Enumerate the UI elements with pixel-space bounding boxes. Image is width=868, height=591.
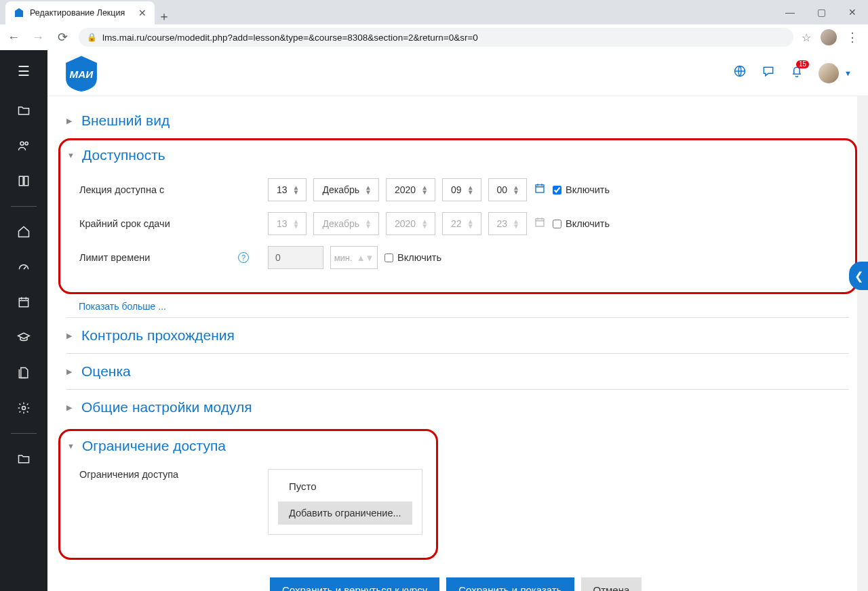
sidebar-toggle-icon[interactable]: ☰ [10,60,37,83]
enable-available-from[interactable]: Включить [553,184,610,195]
help-icon[interactable]: ? [238,252,249,263]
chevron-right-icon: ▶ [66,367,76,376]
checkbox-available-from[interactable] [553,186,561,195]
app: ☰ МАИ 15 [0,50,868,591]
sidebar-item-files[interactable] [10,361,37,384]
label-deadline: Крайний срок сдачи [79,218,268,229]
address-bar: ← → ⟳ 🔒 lms.mai.ru/course/modedit.php?ad… [0,24,868,50]
new-tab-button[interactable]: ＋ [155,8,174,24]
checkbox-time-limit[interactable] [384,253,393,262]
section-flow-control-header[interactable]: ▶ Контроль прохождения [66,318,849,353]
section-restrict-body: Ограничения доступа Пусто Добавить огран… [67,464,429,551]
select-month-deadline: Декабрь▲▼ [313,212,379,235]
forward-button[interactable]: → [30,30,46,45]
topbar: МАИ 15 ▼ [47,50,868,96]
section-appearance-header[interactable]: ▶ Внешний вид [66,103,849,138]
bell-icon[interactable]: 15 [790,64,804,81]
row-deadline: Крайний срок сдачи 13▲▼ Декабрь▲▼ 2020▲▼… [79,207,848,241]
content: МАИ 15 ▼ ❮ ▶ Внешний вид [47,50,868,591]
browser-tab[interactable]: Редактирование Лекция ✕ [5,1,155,24]
sidebar-item-book[interactable] [10,169,37,192]
close-tab-icon[interactable]: ✕ [138,7,146,18]
sidebar-item-folder[interactable] [10,99,37,122]
chevron-right-icon: ▶ [66,331,76,340]
chevron-right-icon: ▶ [66,117,76,125]
back-button[interactable]: ← [5,30,22,45]
close-window-button[interactable]: ✕ [837,1,868,23]
section-restrict-header[interactable]: ▼ Ограничение доступа [67,434,429,464]
tab-title: Редактирование Лекция [30,8,125,18]
sidebar-item-speed[interactable] [10,256,37,279]
save-show-button[interactable]: Сохранить и показать [446,577,574,591]
save-return-button[interactable]: Сохранить и вернуться к курсу [270,577,439,591]
select-minute-deadline: 23▲▼ [488,212,527,235]
select-day-from[interactable]: 13▲▼ [268,178,307,201]
show-more: Показать больше ... [66,298,849,317]
highlight-availability: ▼ Доступность Лекция доступна с 13▲▼ Дек… [58,138,857,294]
logo[interactable]: МАИ [64,54,99,92]
select-hour-deadline: 22▲▼ [442,212,481,235]
globe-icon[interactable] [733,64,747,81]
section-availability-title: Доступность [82,147,165,163]
browser-chrome: Редактирование Лекция ✕ ＋ — ▢ ✕ ← → ⟳ 🔒 … [0,0,868,50]
minimize-button[interactable]: — [774,1,806,23]
section-availability-header[interactable]: ▼ Доступность [67,143,848,173]
chat-icon[interactable] [762,64,775,81]
checkbox-deadline[interactable] [553,220,561,228]
drawer-toggle[interactable]: ❮ [849,262,868,290]
restrict-box: Пусто Добавить ограничение... [268,469,422,535]
select-month-from[interactable]: Декабрь▲▼ [313,178,379,201]
sidebar-item-home[interactable] [10,220,37,243]
reload-button[interactable]: ⟳ [54,30,71,45]
section-common-module-header[interactable]: ▶ Общие настройки модуля [66,390,849,425]
scrollbar[interactable] [857,96,868,591]
chevron-down-icon: ▼ [67,151,77,159]
svg-rect-2 [19,298,28,307]
sidebar-item-settings[interactable] [10,396,37,420]
sidebar-item-users[interactable] [10,134,37,157]
enable-deadline[interactable]: Включить [553,218,610,229]
svg-rect-6 [536,185,544,192]
enable-time-limit[interactable]: Включить [384,252,441,263]
user-menu[interactable]: ▼ [818,63,852,83]
bookmark-icon[interactable]: ☆ [802,31,811,44]
sidebar-item-calendar[interactable] [10,291,37,314]
chevron-down-icon: ▼ [67,442,77,450]
action-row: Сохранить и вернуться к курсу Сохранить … [66,564,849,591]
select-year-deadline: 2020▲▼ [386,212,435,235]
browser-menu-icon[interactable]: ⋮ [846,30,859,45]
select-hour-from[interactable]: 09▲▼ [442,178,481,201]
url-field[interactable]: 🔒 lms.mai.ru/course/modedit.php?add=less… [79,28,793,47]
maximize-button[interactable]: ▢ [806,1,837,23]
cancel-button[interactable]: Отмена [581,577,642,591]
select-year-from[interactable]: 2020▲▼ [386,178,435,201]
sidebar: ☰ [0,50,47,591]
browser-profile-avatar[interactable] [821,29,837,45]
calendar-icon[interactable] [534,182,546,197]
label-restrict: Ограничения доступа [79,469,268,480]
notification-badge: 15 [796,60,809,68]
sidebar-item-graduation[interactable] [10,326,37,349]
url-text: lms.mai.ru/course/modedit.php?add=lesson… [102,33,478,43]
select-minute-from[interactable]: 00▲▼ [488,178,527,201]
favicon-icon [14,7,24,18]
section-restrict-title: Ограничение доступа [82,438,226,454]
section-appearance-title: Внешний вид [81,113,170,129]
sidebar-item-folder-2[interactable] [10,447,37,470]
calendar-icon-disabled [534,216,546,231]
section-grade-header[interactable]: ▶ Оценка [66,354,849,389]
section-common-module-title: Общие настройки модуля [81,399,252,415]
add-restriction-button[interactable]: Добавить ограничение... [278,502,412,525]
page-body: ▶ Внешний вид ▼ Доступность Лекция досту… [47,96,868,591]
section-flow-control-title: Контроль прохождения [81,327,235,344]
avatar [818,63,839,83]
svg-point-0 [20,142,24,145]
chevron-right-icon: ▶ [66,403,76,412]
input-time-limit [268,246,323,269]
show-more-link[interactable]: Показать больше ... [79,301,166,312]
row-available-from: Лекция доступна с 13▲▼ Декабрь▲▼ 2020▲▼ … [79,173,848,207]
highlight-restrict: ▼ Ограничение доступа Ограничения доступ… [58,429,438,560]
row-time-limit: Лимит времени ? мин.▲▼ Включить [79,241,848,274]
select-day-deadline: 13▲▼ [268,212,307,235]
topbar-right: 15 ▼ [733,63,852,83]
